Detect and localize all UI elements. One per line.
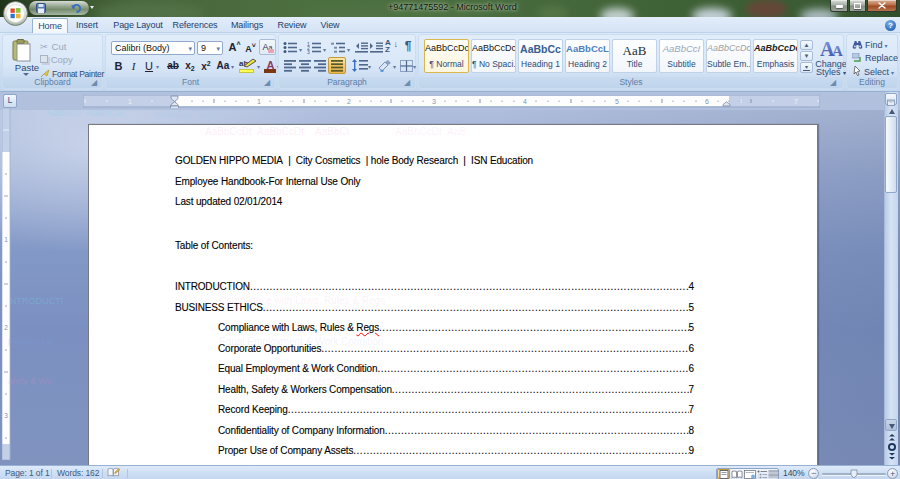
svg-text:7: 7 <box>794 98 798 105</box>
svg-text:2: 2 <box>4 324 8 331</box>
svg-text:1: 1 <box>128 98 132 105</box>
svg-text:5: 5 <box>615 98 619 105</box>
svg-text:A: A <box>832 43 843 59</box>
svg-text:3: 3 <box>307 49 310 54</box>
svg-text:1: 1 <box>4 236 8 243</box>
svg-text:2: 2 <box>347 98 351 105</box>
svg-text:1: 1 <box>257 98 261 105</box>
svg-text:4: 4 <box>523 98 527 105</box>
svg-text:6: 6 <box>705 98 709 105</box>
svg-text:3: 3 <box>4 412 8 419</box>
svg-text:3: 3 <box>432 98 436 105</box>
